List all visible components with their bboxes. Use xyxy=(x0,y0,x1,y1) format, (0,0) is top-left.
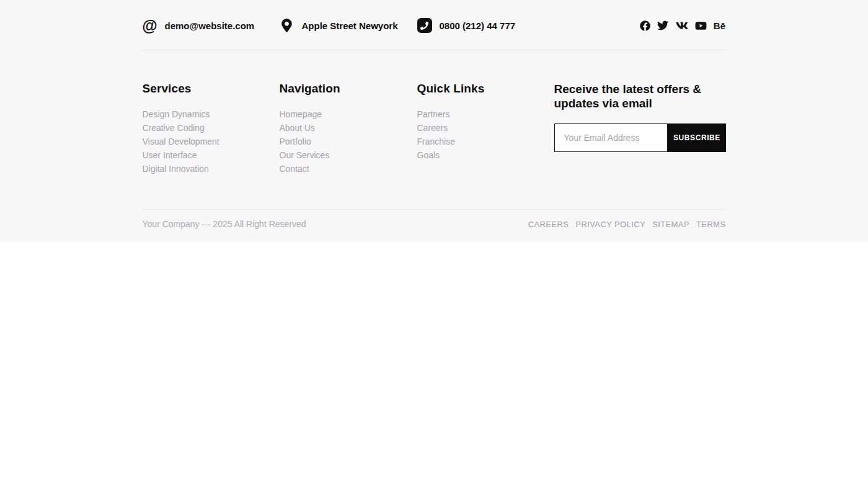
list-item: User Interface xyxy=(143,148,280,162)
link-careers[interactable]: Careers xyxy=(417,123,448,133)
navigation-column: Navigation Homepage About Us Portfolio O… xyxy=(280,82,417,176)
link-homepage[interactable]: Homepage xyxy=(280,109,322,119)
youtube-icon xyxy=(695,20,707,31)
address-contact-link[interactable]: Apple Street Newyork xyxy=(280,18,417,33)
link-contact[interactable]: Contact xyxy=(280,164,309,174)
list-item: Goals xyxy=(417,148,554,162)
list-item: Design Dynamics xyxy=(143,107,280,121)
list-item: Visual Development xyxy=(143,135,280,148)
footer-columns: Services Design Dynamics Creative Coding… xyxy=(143,50,726,209)
twitter-icon xyxy=(657,20,668,31)
list-item: Portfolio xyxy=(280,135,417,148)
social-facebook-link[interactable] xyxy=(640,19,650,32)
facebook-icon xyxy=(640,20,650,31)
list-item: Franchise xyxy=(417,135,554,148)
link-terms[interactable]: TERMS xyxy=(696,220,726,229)
social-links: Bē xyxy=(640,19,726,32)
phone-contact-link[interactable]: 0800 (212) 44 777 xyxy=(417,18,554,33)
phone-icon xyxy=(417,18,432,33)
link-portfolio[interactable]: Portfolio xyxy=(280,137,311,146)
vk-icon xyxy=(675,20,688,32)
link-design-dynamics[interactable]: Design Dynamics xyxy=(143,109,210,119)
email-contact-label: demo@website.com xyxy=(165,20,255,31)
link-our-services[interactable]: Our Services xyxy=(280,150,330,160)
link-privacy-policy[interactable]: PRIVACY POLICY xyxy=(575,220,645,229)
link-creative-coding[interactable]: Creative Coding xyxy=(143,123,205,133)
behance-icon: Bē xyxy=(714,20,726,31)
quick-links-column-title: Quick Links xyxy=(417,82,554,96)
location-pin-icon xyxy=(280,18,294,33)
list-item: Digital Innovation xyxy=(143,162,280,176)
footer-bottom-bar: Your Company — 2025 All Right Reserved C… xyxy=(143,210,726,242)
list-item: Homepage xyxy=(280,107,417,121)
subscribe-form: SUBSCRIBE xyxy=(554,123,726,152)
at-icon: @ xyxy=(143,18,157,33)
newsletter-column: Receive the latest offers & updates via … xyxy=(554,82,726,152)
list-item: Partners xyxy=(417,107,554,121)
link-digital-innovation[interactable]: Digital Innovation xyxy=(143,164,209,174)
social-vk-link[interactable] xyxy=(675,19,688,32)
link-partners[interactable]: Partners xyxy=(417,109,450,119)
link-franchise[interactable]: Franchise xyxy=(417,137,455,146)
footer-section: @ demo@website.com Apple Street Newyork … xyxy=(0,0,868,242)
list-item: About Us xyxy=(280,121,417,135)
services-column: Services Design Dynamics Creative Coding… xyxy=(143,82,280,176)
link-sitemap[interactable]: SITEMAP xyxy=(652,220,689,229)
link-visual-development[interactable]: Visual Development xyxy=(143,137,219,146)
subscribe-button[interactable]: SUBSCRIBE xyxy=(668,123,725,152)
email-contact-link[interactable]: @ demo@website.com xyxy=(143,18,280,33)
list-item: Creative Coding xyxy=(143,121,280,135)
link-about-us[interactable]: About Us xyxy=(280,123,316,133)
legal-links: CAREERS PRIVACY POLICY SITEMAP TERMS xyxy=(528,220,726,229)
quick-links-column: Quick Links Partners Careers Franchise G… xyxy=(417,82,554,162)
services-column-title: Services xyxy=(143,82,280,96)
list-item: Careers xyxy=(417,121,554,135)
social-twitter-link[interactable] xyxy=(657,19,668,32)
link-user-interface[interactable]: User Interface xyxy=(143,150,197,160)
list-item: Contact xyxy=(280,162,417,176)
email-subscribe-input[interactable] xyxy=(554,123,668,152)
address-contact-label: Apple Street Newyork xyxy=(302,20,398,31)
link-careers-legal[interactable]: CAREERS xyxy=(528,220,569,229)
newsletter-title: Receive the latest offers & updates via … xyxy=(554,82,726,110)
social-behance-link[interactable]: Bē xyxy=(714,19,726,32)
phone-contact-label: 0800 (212) 44 777 xyxy=(440,20,516,31)
link-goals[interactable]: Goals xyxy=(417,150,440,160)
copyright-text: Your Company — 2025 All Right Reserved xyxy=(143,219,306,229)
contact-bar: @ demo@website.com Apple Street Newyork … xyxy=(143,0,726,50)
social-youtube-link[interactable] xyxy=(695,19,707,32)
navigation-column-title: Navigation xyxy=(280,82,417,96)
list-item: Our Services xyxy=(280,148,417,162)
